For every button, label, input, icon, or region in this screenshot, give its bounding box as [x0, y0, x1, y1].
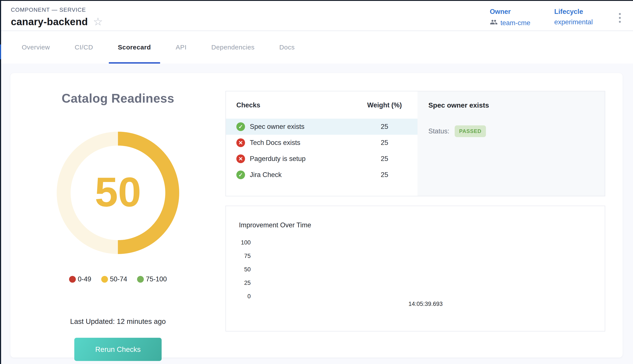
legend-dot-red [69, 276, 76, 283]
y-axis-tick: 75 [234, 253, 251, 260]
table-row[interactable]: Spec owner exists 25 [226, 119, 417, 135]
tab-cicd[interactable]: CI/CD [75, 31, 93, 64]
more-options-kebab-icon[interactable] [617, 10, 623, 26]
legend-item-mid: 50-74 [101, 275, 127, 283]
entity-kind-breadcrumb: COMPONENT — SERVICE [11, 6, 103, 13]
rerun-checks-button[interactable]: Rerun Checks [74, 338, 162, 361]
legend-dot-green [137, 276, 144, 283]
legend-item-low: 0-49 [69, 275, 91, 283]
checks-table: Checks Weight (%) Spec owner exists 25 T… [226, 91, 417, 196]
check-failed-icon [236, 138, 245, 147]
people-icon [490, 18, 498, 28]
table-row[interactable]: Pagerduty is setup 25 [226, 151, 417, 167]
score-gauge: 50 [56, 131, 180, 255]
check-status-row: Status: PASSED [428, 126, 594, 137]
legend-item-high: 75-100 [137, 275, 167, 283]
y-axis-tick: 50 [234, 266, 251, 273]
check-passed-icon [236, 170, 245, 179]
checks-panel: Checks Weight (%) Spec owner exists 25 T… [226, 91, 605, 196]
score-legend: 0-49 50-74 75-100 [11, 275, 226, 283]
y-axis-tick: 25 [234, 280, 251, 286]
owner-label: Owner [490, 8, 530, 16]
window-top-edge [0, 0, 633, 1]
last-updated-text: Last Updated: 12 minutes ago [11, 317, 226, 326]
page: COMPONENT — SERVICE canary-backend ☆ Own… [1, 1, 633, 358]
entity-header-left: COMPONENT — SERVICE canary-backend ☆ [11, 6, 103, 30]
left-nav-rail-active-indicator [0, 44, 1, 59]
check-detail-panel: Spec owner exists Status: PASSED [417, 91, 605, 196]
score-value: 50 [95, 168, 141, 216]
status-badge: PASSED [455, 126, 486, 137]
check-failed-icon [236, 154, 245, 163]
y-axis-tick: 100 [234, 239, 251, 246]
tab-docs[interactable]: Docs [279, 31, 295, 64]
table-row[interactable]: Tech Docs exists 25 [226, 135, 417, 151]
page-title: canary-backend [11, 16, 88, 28]
lifecycle-value: experimental [554, 18, 593, 26]
chart-title: Improvement Over Time [239, 221, 311, 229]
tab-overview[interactable]: Overview [22, 31, 50, 64]
check-passed-icon [236, 122, 245, 131]
table-row[interactable]: Jira Check 25 [226, 167, 417, 183]
legend-dot-yellow [101, 276, 108, 283]
owner-link[interactable]: team-cme [501, 19, 530, 27]
left-nav-rail [0, 0, 1, 364]
entity-tabs: Overview CI/CD Scorecard API Dependencie… [1, 31, 633, 64]
x-axis-tick: 14:05:39.693 [393, 301, 458, 308]
entity-title-row: canary-backend ☆ [11, 16, 103, 28]
lifecycle-meta: Lifecycle experimental [554, 8, 593, 26]
lifecycle-label: Lifecycle [554, 8, 593, 16]
check-detail-title: Spec owner exists [428, 101, 594, 109]
weight-column-header: Weight (%) [351, 101, 417, 109]
tab-dependencies[interactable]: Dependencies [211, 31, 255, 64]
owner-meta: Owner team-cme [490, 8, 530, 28]
status-label: Status: [428, 127, 450, 135]
checks-column-header: Checks [236, 101, 351, 109]
catalog-readiness-title: Catalog Readiness [11, 91, 226, 106]
owner-value[interactable]: team-cme [490, 18, 530, 28]
y-axis-tick: 0 [234, 293, 251, 300]
checks-rows: Spec owner exists 25 Tech Docs exists 25… [226, 119, 417, 183]
scorecard-card: Catalog Readiness 50 0-49 50-74 [11, 73, 622, 358]
favorite-star-icon[interactable]: ☆ [93, 16, 103, 27]
tab-api[interactable]: API [176, 31, 187, 64]
checks-table-header: Checks Weight (%) [226, 101, 417, 109]
entity-header-meta: Owner team-cme Lifecycle experimental [490, 6, 623, 30]
entity-header: COMPONENT — SERVICE canary-backend ☆ Own… [1, 1, 633, 31]
catalog-readiness-section: Catalog Readiness 50 0-49 50-74 [11, 73, 226, 361]
improvement-chart-panel: Improvement Over Time 100 75 50 25 0 14:… [226, 206, 605, 332]
tab-scorecard[interactable]: Scorecard [118, 31, 151, 64]
